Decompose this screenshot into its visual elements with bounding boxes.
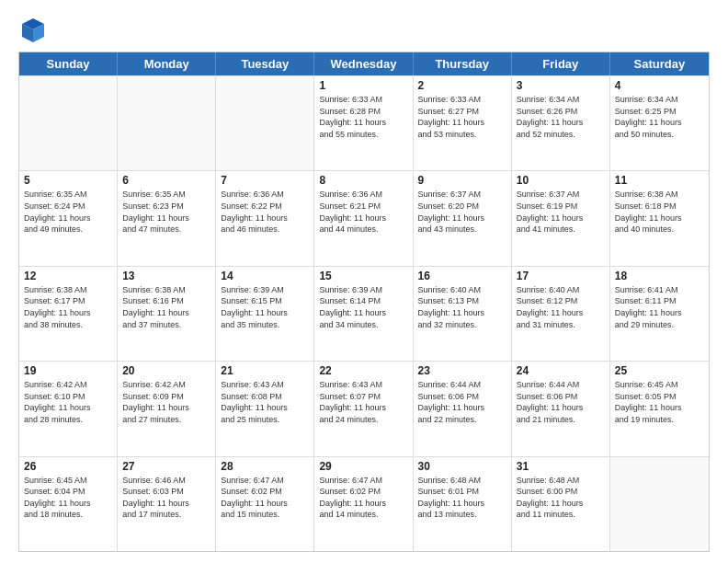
day-info: Sunrise: 6:40 AM Sunset: 6:12 PM Dayligh… [517,284,605,330]
day-cell-21: 21Sunrise: 6:43 AM Sunset: 6:08 PM Dayli… [216,362,314,455]
day-info: Sunrise: 6:38 AM Sunset: 6:16 PM Dayligh… [122,284,210,330]
day-cell-19: 19Sunrise: 6:42 AM Sunset: 6:10 PM Dayli… [19,362,118,455]
day-number: 25 [615,364,704,377]
day-cell-5: 5Sunrise: 6:35 AM Sunset: 6:24 PM Daylig… [19,171,118,265]
weekday-header-sunday: Sunday [19,52,118,75]
day-cell-4: 4Sunrise: 6:34 AM Sunset: 6:25 PM Daylig… [610,76,709,170]
day-info: Sunrise: 6:38 AM Sunset: 6:17 PM Dayligh… [24,284,112,330]
day-info: Sunrise: 6:43 AM Sunset: 6:07 PM Dayligh… [319,379,407,425]
day-info: Sunrise: 6:40 AM Sunset: 6:13 PM Dayligh… [418,284,506,330]
day-info: Sunrise: 6:37 AM Sunset: 6:19 PM Dayligh… [517,189,605,235]
day-info: Sunrise: 6:44 AM Sunset: 6:06 PM Dayligh… [517,379,605,425]
day-info: Sunrise: 6:42 AM Sunset: 6:09 PM Dayligh… [122,379,210,425]
day-number: 2 [418,79,506,92]
day-cell-7: 7Sunrise: 6:36 AM Sunset: 6:22 PM Daylig… [216,171,314,265]
day-cell-20: 20Sunrise: 6:42 AM Sunset: 6:09 PM Dayli… [118,362,216,455]
day-number: 4 [615,79,704,92]
day-cell-26: 26Sunrise: 6:45 AM Sunset: 6:04 PM Dayli… [19,457,118,551]
day-number: 11 [615,174,704,187]
day-cell-18: 18Sunrise: 6:41 AM Sunset: 6:11 PM Dayli… [610,267,709,361]
day-number: 31 [517,460,605,473]
day-info: Sunrise: 6:39 AM Sunset: 6:15 PM Dayligh… [221,284,309,330]
day-info: Sunrise: 6:47 AM Sunset: 6:02 PM Dayligh… [221,475,309,521]
day-number: 16 [418,270,506,282]
logo-flag-icon [20,17,46,42]
day-cell-14: 14Sunrise: 6:39 AM Sunset: 6:15 PM Dayli… [216,267,314,361]
day-cell-16: 16Sunrise: 6:40 AM Sunset: 6:13 PM Dayli… [414,267,512,361]
day-info: Sunrise: 6:47 AM Sunset: 6:02 PM Dayligh… [319,475,407,521]
day-number: 24 [517,364,605,377]
empty-cell-0-2 [216,76,314,170]
day-info: Sunrise: 6:36 AM Sunset: 6:22 PM Dayligh… [221,189,309,235]
day-cell-10: 10Sunrise: 6:37 AM Sunset: 6:19 PM Dayli… [512,171,610,265]
weekday-header-thursday: Thursday [414,52,512,75]
day-cell-6: 6Sunrise: 6:35 AM Sunset: 6:23 PM Daylig… [118,171,216,265]
day-number: 5 [24,174,112,187]
day-cell-11: 11Sunrise: 6:38 AM Sunset: 6:18 PM Dayli… [610,171,709,265]
weekday-header-friday: Friday [512,52,610,75]
day-number: 10 [517,174,605,187]
day-cell-1: 1Sunrise: 6:33 AM Sunset: 6:28 PM Daylig… [314,76,413,170]
day-info: Sunrise: 6:45 AM Sunset: 6:04 PM Dayligh… [24,475,112,521]
weekday-header-tuesday: Tuesday [216,52,314,75]
day-info: Sunrise: 6:33 AM Sunset: 6:28 PM Dayligh… [319,94,407,140]
day-info: Sunrise: 6:33 AM Sunset: 6:27 PM Dayligh… [418,94,506,140]
day-number: 3 [517,79,605,92]
calendar-row-4: 26Sunrise: 6:45 AM Sunset: 6:04 PM Dayli… [19,456,709,551]
day-cell-15: 15Sunrise: 6:39 AM Sunset: 6:14 PM Dayli… [314,267,413,361]
day-info: Sunrise: 6:34 AM Sunset: 6:25 PM Dayligh… [615,94,704,140]
day-number: 26 [24,460,112,473]
day-number: 12 [24,270,112,282]
day-info: Sunrise: 6:44 AM Sunset: 6:06 PM Dayligh… [418,379,506,425]
day-number: 14 [221,270,309,282]
day-cell-22: 22Sunrise: 6:43 AM Sunset: 6:07 PM Dayli… [314,362,413,455]
day-number: 7 [221,174,309,187]
empty-cell-4-6 [610,457,709,551]
day-number: 28 [221,460,309,473]
day-cell-3: 3Sunrise: 6:34 AM Sunset: 6:26 PM Daylig… [512,76,610,170]
day-number: 17 [517,270,605,282]
day-cell-30: 30Sunrise: 6:48 AM Sunset: 6:01 PM Dayli… [414,457,512,551]
day-number: 18 [615,270,704,282]
day-info: Sunrise: 6:48 AM Sunset: 6:01 PM Dayligh… [418,475,506,521]
day-cell-23: 23Sunrise: 6:44 AM Sunset: 6:06 PM Dayli… [414,362,512,455]
day-info: Sunrise: 6:41 AM Sunset: 6:11 PM Dayligh… [615,284,704,330]
day-info: Sunrise: 6:36 AM Sunset: 6:21 PM Dayligh… [319,189,407,235]
weekday-header-saturday: Saturday [610,52,709,75]
day-info: Sunrise: 6:34 AM Sunset: 6:26 PM Dayligh… [517,94,605,140]
day-info: Sunrise: 6:38 AM Sunset: 6:18 PM Dayligh… [615,189,704,235]
day-info: Sunrise: 6:42 AM Sunset: 6:10 PM Dayligh… [24,379,112,425]
day-number: 29 [319,460,407,473]
day-cell-9: 9Sunrise: 6:37 AM Sunset: 6:20 PM Daylig… [414,171,512,265]
day-cell-12: 12Sunrise: 6:38 AM Sunset: 6:17 PM Dayli… [19,267,118,361]
calendar-row-2: 12Sunrise: 6:38 AM Sunset: 6:17 PM Dayli… [19,266,709,361]
header [18,17,710,42]
calendar-header: SundayMondayTuesdayWednesdayThursdayFrid… [19,52,709,75]
weekday-header-wednesday: Wednesday [314,52,413,75]
day-info: Sunrise: 6:46 AM Sunset: 6:03 PM Dayligh… [122,475,210,521]
weekday-header-monday: Monday [118,52,216,75]
empty-cell-0-1 [118,76,216,170]
day-number: 21 [221,364,309,377]
day-info: Sunrise: 6:39 AM Sunset: 6:14 PM Dayligh… [319,284,407,330]
day-number: 27 [122,460,210,473]
day-info: Sunrise: 6:35 AM Sunset: 6:24 PM Dayligh… [24,189,112,235]
empty-cell-0-0 [19,76,118,170]
day-number: 22 [319,364,407,377]
logo [18,17,46,42]
day-cell-13: 13Sunrise: 6:38 AM Sunset: 6:16 PM Dayli… [118,267,216,361]
calendar-row-0: 1Sunrise: 6:33 AM Sunset: 6:28 PM Daylig… [19,75,709,170]
day-cell-24: 24Sunrise: 6:44 AM Sunset: 6:06 PM Dayli… [512,362,610,455]
day-cell-8: 8Sunrise: 6:36 AM Sunset: 6:21 PM Daylig… [314,171,413,265]
day-cell-31: 31Sunrise: 6:48 AM Sunset: 6:00 PM Dayli… [512,457,610,551]
day-number: 6 [122,174,210,187]
day-number: 20 [122,364,210,377]
day-cell-27: 27Sunrise: 6:46 AM Sunset: 6:03 PM Dayli… [118,457,216,551]
calendar-body: 1Sunrise: 6:33 AM Sunset: 6:28 PM Daylig… [19,75,709,551]
day-number: 13 [122,270,210,282]
day-cell-17: 17Sunrise: 6:40 AM Sunset: 6:12 PM Dayli… [512,267,610,361]
day-number: 30 [418,460,506,473]
day-number: 19 [24,364,112,377]
day-info: Sunrise: 6:37 AM Sunset: 6:20 PM Dayligh… [418,189,506,235]
day-number: 15 [319,270,407,282]
